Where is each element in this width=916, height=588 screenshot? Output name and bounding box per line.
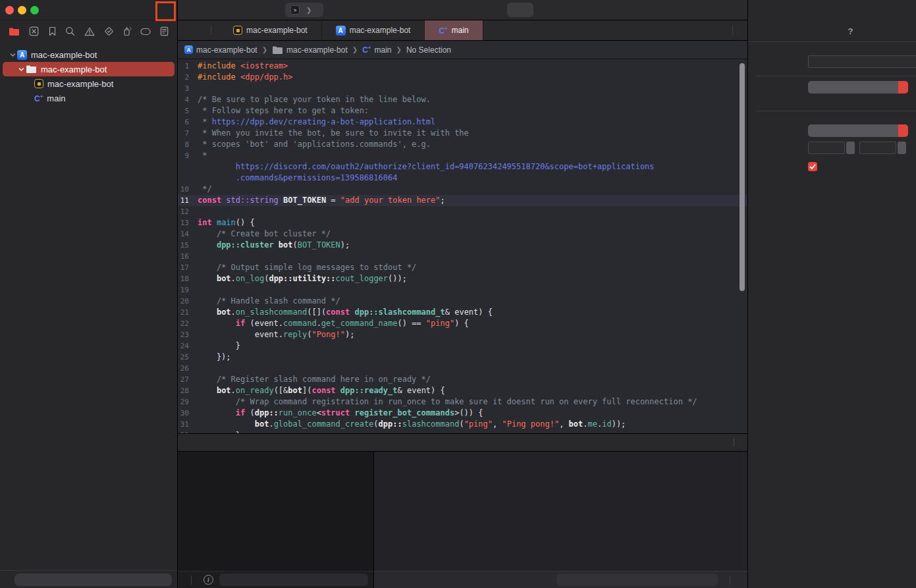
location-dropdown[interactable] xyxy=(808,81,908,94)
line-number-gutter[interactable]: 19 xyxy=(178,284,198,296)
disclosure-chevron-icon[interactable] xyxy=(8,52,17,58)
code-line[interactable]: 11const std::string BOT_TOKEN = "add you… xyxy=(178,195,747,206)
indent-using-dropdown[interactable] xyxy=(808,124,908,137)
line-number-gutter[interactable]: 7 xyxy=(178,128,198,139)
line-number-gutter[interactable]: 13 xyxy=(178,217,198,228)
indent-width-stepper[interactable] xyxy=(898,142,906,154)
tree-item[interactable]: C+main xyxy=(3,91,175,105)
line-number-gutter[interactable]: 10 xyxy=(178,184,198,195)
dropdown-stepper-icon[interactable] xyxy=(898,81,908,94)
code-line[interactable]: 5 * Follow steps here to get a token: xyxy=(178,105,747,117)
line-number-gutter[interactable]: 3 xyxy=(178,83,198,94)
variables-filter-input[interactable] xyxy=(227,575,364,585)
line-number-gutter[interactable]: 17 xyxy=(178,262,198,273)
code-line[interactable]: 7 * When you invite the bot, be sure to … xyxy=(178,128,747,139)
project-navigator-icon[interactable] xyxy=(9,27,20,36)
breadcrumb-item[interactable]: mac-example-bot xyxy=(272,45,348,55)
code-line[interactable]: 17 /* Output simple log messages to stdo… xyxy=(178,262,747,273)
code-line[interactable]: 26 xyxy=(178,363,747,374)
line-number-gutter[interactable]: 29 xyxy=(178,396,198,408)
fullscreen-window-button[interactable] xyxy=(30,6,39,14)
editor-tab[interactable]: Amac-example-bot xyxy=(322,20,425,40)
code-line[interactable]: 20 /* Handle slash command */ xyxy=(178,296,747,307)
variables-pane[interactable] xyxy=(178,452,373,571)
code-line[interactable]: .commands&permissions=139586816064 xyxy=(178,173,747,184)
line-number-gutter[interactable]: 30 xyxy=(178,408,198,419)
editor-tab[interactable]: mac-example-bot xyxy=(219,20,322,40)
code-line[interactable]: 10 */ xyxy=(178,184,747,195)
line-number-gutter[interactable]: 25 xyxy=(178,352,198,363)
line-number-gutter[interactable]: 8 xyxy=(178,139,198,150)
minimize-window-button[interactable] xyxy=(18,6,26,14)
code-line[interactable]: 12 xyxy=(178,206,747,217)
code-line[interactable]: 14 /* Create bot cluster */ xyxy=(178,228,747,240)
filter-input[interactable] xyxy=(22,575,168,584)
line-number-gutter[interactable]: 20 xyxy=(178,296,198,307)
line-number-gutter[interactable]: 9 xyxy=(178,150,198,161)
line-number-gutter[interactable]: 18 xyxy=(178,273,198,284)
code-line[interactable]: 23 event.reply("Pong!"); xyxy=(178,329,747,340)
code-line[interactable]: 8 * scopes 'bot' and 'applications.comma… xyxy=(178,139,747,150)
line-number-gutter[interactable]: 26 xyxy=(178,363,198,374)
code-line[interactable]: 16 xyxy=(178,251,747,262)
code-line[interactable]: 25 }); xyxy=(178,352,747,363)
find-navigator-icon[interactable] xyxy=(65,26,75,36)
code-line[interactable]: 22 if (event.command.get_command_name() … xyxy=(178,318,747,329)
tree-item[interactable]: mac-example-bot xyxy=(3,76,175,91)
console-filter-input[interactable] xyxy=(564,575,714,585)
line-number-gutter[interactable] xyxy=(178,173,198,184)
line-number-gutter[interactable]: 14 xyxy=(178,228,198,240)
bookmarks-navigator-icon[interactable] xyxy=(48,26,57,36)
editor-scrollbar[interactable] xyxy=(740,63,745,291)
debug-navigator-icon[interactable] xyxy=(123,26,132,36)
reports-navigator-icon[interactable] xyxy=(160,26,169,36)
code-line[interactable]: 13int main() { xyxy=(178,217,747,228)
code-line[interactable]: 19 xyxy=(178,284,747,296)
tests-navigator-icon[interactable] xyxy=(104,26,114,36)
quick-help-inspector-icon[interactable]: ? xyxy=(846,26,855,36)
line-number-gutter[interactable]: 12 xyxy=(178,206,198,217)
line-number-gutter[interactable]: 5 xyxy=(178,105,198,117)
indent-width-field[interactable] xyxy=(859,142,896,154)
console-pane[interactable] xyxy=(374,452,747,571)
disclosure-chevron-icon[interactable] xyxy=(16,67,26,72)
tab-width-field[interactable] xyxy=(808,142,845,154)
activity-viewer[interactable] xyxy=(507,3,533,17)
navigator-filter-field[interactable] xyxy=(14,574,172,586)
source-editor[interactable]: 1#include <iostream>2#include <dpp/dpp.h… xyxy=(178,59,747,433)
tree-item[interactable]: mac-example-bot xyxy=(3,62,175,76)
code-line[interactable]: 6 * https://dpp.dev/creating-a-bot-appli… xyxy=(178,117,747,128)
line-number-gutter[interactable]: 16 xyxy=(178,251,198,262)
code-line[interactable]: 24 } xyxy=(178,340,747,352)
code-line[interactable]: 9 * xyxy=(178,150,747,161)
breadcrumb-item[interactable]: Amac-example-bot xyxy=(184,45,257,55)
scheme-selector[interactable]: > ❯ xyxy=(285,3,323,17)
code-line[interactable]: 15 dpp::cluster bot(BOT_TOKEN); xyxy=(178,240,747,251)
line-number-gutter[interactable]: 15 xyxy=(178,240,198,251)
code-line[interactable]: 1#include <iostream> xyxy=(178,61,747,72)
line-number-gutter[interactable]: 21 xyxy=(178,307,198,318)
source-control-navigator-icon[interactable] xyxy=(29,26,39,36)
line-number-gutter[interactable]: 1 xyxy=(178,61,198,72)
dropdown-stepper-icon[interactable] xyxy=(898,124,908,137)
info-icon[interactable]: i xyxy=(203,575,213,585)
issues-navigator-icon[interactable] xyxy=(84,27,95,36)
breadcrumb-item[interactable]: No Selection xyxy=(406,45,451,55)
code-line[interactable]: 21 bot.on_slashcommand([](const dpp::sla… xyxy=(178,307,747,318)
code-line[interactable]: 32 } xyxy=(178,430,747,433)
line-number-gutter[interactable]: 24 xyxy=(178,340,198,352)
tree-item[interactable]: Amac-example-bot xyxy=(3,47,175,62)
line-number-gutter[interactable]: 28 xyxy=(178,385,198,396)
line-number-gutter[interactable] xyxy=(178,161,198,173)
close-window-button[interactable] xyxy=(5,6,14,14)
code-line[interactable]: 28 bot.on_ready([&bot](const dpp::ready_… xyxy=(178,385,747,396)
code-line[interactable]: 30 if (dpp::run_once<struct register_bot… xyxy=(178,408,747,419)
line-number-gutter[interactable]: 11 xyxy=(178,195,198,206)
line-number-gutter[interactable]: 22 xyxy=(178,318,198,329)
line-number-gutter[interactable]: 6 xyxy=(178,117,198,128)
line-number-gutter[interactable]: 31 xyxy=(178,419,198,430)
line-number-gutter[interactable]: 23 xyxy=(178,329,198,340)
code-line[interactable]: 27 /* Register slash command here in on_… xyxy=(178,374,747,385)
code-line[interactable]: 29 /* Wrap command registration in run_o… xyxy=(178,396,747,408)
code-line[interactable]: 3 xyxy=(178,83,747,94)
